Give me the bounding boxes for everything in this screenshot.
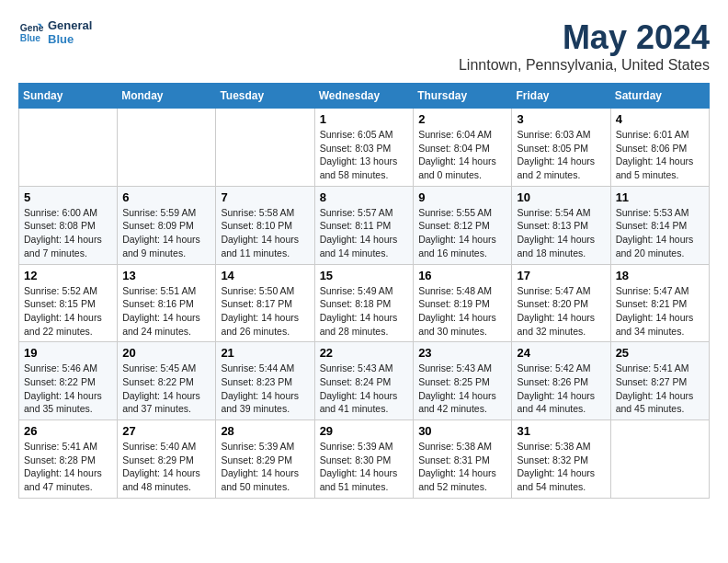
- sunset-text: Sunset: 8:05 PM: [517, 142, 605, 155]
- calendar-cell: 13Sunrise: 5:51 AMSunset: 8:16 PMDayligh…: [118, 264, 216, 342]
- sunset-text: Sunset: 8:17 PM: [221, 297, 309, 311]
- sunrise-text: Sunrise: 5:50 AM: [221, 284, 309, 298]
- cell-content: Sunrise: 5:55 AMSunset: 8:12 PMDaylight:…: [418, 206, 506, 260]
- cell-content: Sunrise: 5:49 AMSunset: 8:18 PMDaylight:…: [320, 284, 409, 339]
- calendar-cell: 23Sunrise: 5:43 AMSunset: 8:25 PMDayligh…: [414, 342, 512, 420]
- calendar-cell: 9Sunrise: 5:55 AMSunset: 8:12 PMDaylight…: [414, 186, 512, 264]
- day-number: 28: [221, 424, 309, 438]
- cell-content: Sunrise: 6:00 AMSunset: 8:08 PMDaylight:…: [24, 206, 112, 260]
- sunset-text: Sunset: 8:29 PM: [221, 454, 309, 467]
- daylight-text: Daylight: 13 hours and 58 minutes.: [320, 155, 409, 181]
- day-number: 14: [221, 269, 309, 282]
- sunrise-text: Sunrise: 5:47 AM: [517, 284, 605, 298]
- day-number: 30: [418, 424, 506, 438]
- sunset-text: Sunset: 8:23 PM: [221, 375, 309, 389]
- daylight-text: Daylight: 14 hours and 42 minutes.: [418, 389, 506, 416]
- daylight-text: Daylight: 14 hours and 37 minutes.: [122, 389, 210, 416]
- cell-content: Sunrise: 5:43 AMSunset: 8:24 PMDaylight:…: [320, 362, 409, 416]
- sunrise-text: Sunrise: 5:44 AM: [221, 362, 309, 375]
- cell-content: Sunrise: 6:01 AMSunset: 8:06 PMDaylight:…: [616, 128, 704, 182]
- logo-icon: General Blue: [18, 19, 44, 45]
- cell-content: Sunrise: 6:05 AMSunset: 8:03 PMDaylight:…: [320, 128, 409, 182]
- daylight-text: Daylight: 14 hours and 30 minutes.: [418, 311, 506, 338]
- sunrise-text: Sunrise: 5:54 AM: [517, 206, 605, 220]
- calendar-cell: 15Sunrise: 5:49 AMSunset: 8:18 PMDayligh…: [314, 264, 414, 342]
- calendar-week-row: 1Sunrise: 6:05 AMSunset: 8:03 PMDaylight…: [19, 109, 710, 187]
- sunrise-text: Sunrise: 5:47 AM: [616, 284, 704, 298]
- calendar-cell: 21Sunrise: 5:44 AMSunset: 8:23 PMDayligh…: [216, 342, 314, 420]
- daylight-text: Daylight: 14 hours and 54 minutes.: [517, 466, 605, 493]
- weekday-header-monday: Monday: [118, 84, 216, 109]
- calendar-cell: 27Sunrise: 5:40 AMSunset: 8:29 PMDayligh…: [118, 420, 216, 499]
- sunset-text: Sunset: 8:31 PM: [418, 454, 506, 467]
- sunrise-text: Sunrise: 5:41 AM: [616, 362, 704, 375]
- calendar-cell: 5Sunrise: 6:00 AMSunset: 8:08 PMDaylight…: [19, 186, 118, 264]
- sunset-text: Sunset: 8:15 PM: [24, 297, 112, 311]
- day-number: 7: [221, 190, 309, 204]
- cell-content: Sunrise: 5:53 AMSunset: 8:14 PMDaylight:…: [616, 206, 704, 260]
- day-number: 31: [517, 424, 605, 438]
- cell-content: Sunrise: 5:47 AMSunset: 8:20 PMDaylight:…: [517, 284, 605, 339]
- sunset-text: Sunset: 8:13 PM: [517, 219, 605, 233]
- sunset-text: Sunset: 8:26 PM: [517, 375, 605, 389]
- sunrise-text: Sunrise: 5:43 AM: [418, 362, 506, 375]
- cell-content: Sunrise: 6:03 AMSunset: 8:05 PMDaylight:…: [517, 128, 605, 182]
- sunrise-text: Sunrise: 5:39 AM: [320, 440, 409, 454]
- day-number: 15: [320, 269, 409, 282]
- calendar-cell: [19, 109, 118, 187]
- daylight-text: Daylight: 14 hours and 41 minutes.: [320, 389, 409, 416]
- cell-content: Sunrise: 5:46 AMSunset: 8:22 PMDaylight:…: [24, 362, 112, 416]
- sunrise-text: Sunrise: 5:51 AM: [122, 284, 210, 298]
- calendar-week-row: 12Sunrise: 5:52 AMSunset: 8:15 PMDayligh…: [19, 264, 710, 342]
- day-number: 6: [122, 190, 210, 204]
- daylight-text: Daylight: 14 hours and 16 minutes.: [418, 233, 506, 259]
- cell-content: Sunrise: 5:48 AMSunset: 8:19 PMDaylight:…: [418, 284, 506, 339]
- sunset-text: Sunset: 8:19 PM: [418, 297, 506, 311]
- cell-content: Sunrise: 5:42 AMSunset: 8:26 PMDaylight:…: [517, 362, 605, 416]
- sunrise-text: Sunrise: 5:38 AM: [418, 440, 506, 454]
- sunset-text: Sunset: 8:09 PM: [122, 219, 210, 233]
- calendar-week-row: 19Sunrise: 5:46 AMSunset: 8:22 PMDayligh…: [19, 342, 710, 420]
- day-number: 8: [320, 190, 409, 204]
- sunset-text: Sunset: 8:24 PM: [320, 375, 409, 389]
- cell-content: Sunrise: 5:57 AMSunset: 8:11 PMDaylight:…: [320, 206, 409, 260]
- sunrise-text: Sunrise: 5:48 AM: [418, 284, 506, 298]
- sunrise-text: Sunrise: 5:40 AM: [122, 440, 210, 454]
- sunrise-text: Sunrise: 6:04 AM: [418, 128, 506, 142]
- sunrise-text: Sunrise: 6:05 AM: [320, 128, 409, 142]
- sunrise-text: Sunrise: 5:38 AM: [517, 440, 605, 454]
- day-number: 18: [616, 269, 704, 282]
- cell-content: Sunrise: 5:39 AMSunset: 8:29 PMDaylight:…: [221, 440, 309, 494]
- daylight-text: Daylight: 14 hours and 14 minutes.: [320, 233, 409, 259]
- sunset-text: Sunset: 8:20 PM: [517, 297, 605, 311]
- calendar-cell: 26Sunrise: 5:41 AMSunset: 8:28 PMDayligh…: [19, 420, 118, 499]
- daylight-text: Daylight: 14 hours and 9 minutes.: [122, 233, 210, 259]
- calendar-cell: 2Sunrise: 6:04 AMSunset: 8:04 PMDaylight…: [414, 109, 512, 187]
- daylight-text: Daylight: 14 hours and 45 minutes.: [616, 389, 704, 416]
- weekday-header-thursday: Thursday: [414, 84, 512, 109]
- calendar-cell: 4Sunrise: 6:01 AMSunset: 8:06 PMDaylight…: [610, 109, 709, 187]
- daylight-text: Daylight: 14 hours and 48 minutes.: [122, 466, 210, 493]
- daylight-text: Daylight: 14 hours and 52 minutes.: [418, 466, 506, 493]
- daylight-text: Daylight: 14 hours and 35 minutes.: [24, 389, 112, 416]
- daylight-text: Daylight: 14 hours and 7 minutes.: [24, 233, 112, 259]
- day-number: 26: [24, 424, 112, 438]
- day-number: 11: [616, 190, 704, 204]
- calendar-week-row: 26Sunrise: 5:41 AMSunset: 8:28 PMDayligh…: [19, 420, 710, 499]
- sunset-text: Sunset: 8:06 PM: [616, 142, 704, 155]
- day-number: 23: [418, 346, 506, 360]
- calendar-cell: 7Sunrise: 5:58 AMSunset: 8:10 PMDaylight…: [216, 186, 314, 264]
- calendar-cell: 20Sunrise: 5:45 AMSunset: 8:22 PMDayligh…: [118, 342, 216, 420]
- svg-text:Blue: Blue: [20, 33, 41, 43]
- day-number: 27: [122, 424, 210, 438]
- day-number: 22: [320, 346, 409, 360]
- daylight-text: Daylight: 14 hours and 51 minutes.: [320, 466, 409, 493]
- calendar-cell: 14Sunrise: 5:50 AMSunset: 8:17 PMDayligh…: [216, 264, 314, 342]
- daylight-text: Daylight: 14 hours and 32 minutes.: [517, 311, 605, 338]
- daylight-text: Daylight: 14 hours and 2 minutes.: [517, 155, 605, 181]
- day-number: 10: [517, 190, 605, 204]
- sunrise-text: Sunrise: 6:01 AM: [616, 128, 704, 142]
- calendar-cell: 12Sunrise: 5:52 AMSunset: 8:15 PMDayligh…: [19, 264, 118, 342]
- sunset-text: Sunset: 8:16 PM: [122, 297, 210, 311]
- sunset-text: Sunset: 8:30 PM: [320, 454, 409, 467]
